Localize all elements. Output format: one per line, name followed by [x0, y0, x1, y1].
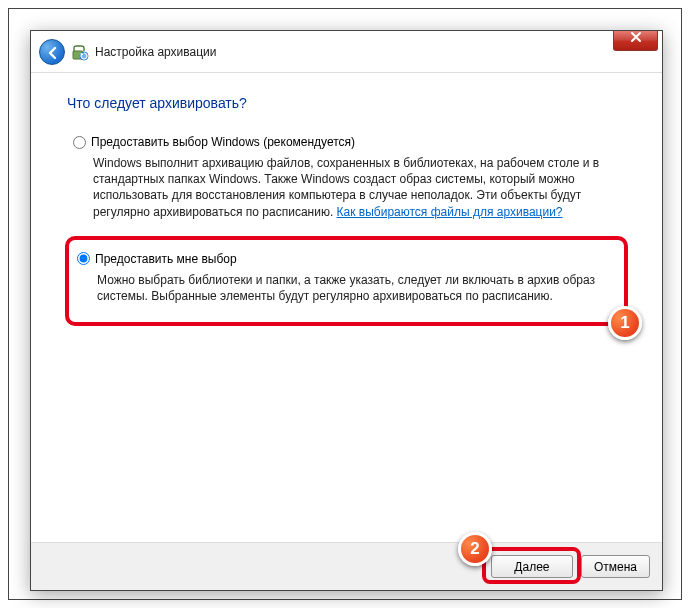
arrow-left-icon: [45, 45, 61, 61]
option-label: Предоставить мне выбор: [95, 252, 237, 266]
next-button[interactable]: Далее: [491, 555, 573, 578]
backup-icon: [71, 43, 89, 61]
option-description: Можно выбрать библиотеки и папки, а такж…: [97, 272, 616, 304]
option-let-me-choose[interactable]: Предоставить мне выбор Можно выбрать биб…: [65, 236, 628, 326]
backup-settings-dialog: Настройка архивации Что следует архивиро…: [30, 30, 663, 591]
annotation-marker-2: 2: [458, 532, 492, 566]
how-files-selected-link[interactable]: Как выбираются файлы для архивации?: [337, 205, 563, 219]
dialog-header: Настройка архивации: [31, 31, 662, 73]
cancel-button[interactable]: Отмена: [581, 555, 650, 578]
dialog-content: Что следует архивировать? Предоставить в…: [31, 73, 662, 326]
annotation-marker-1: 1: [608, 306, 642, 340]
option-description: Windows выполнит архивацию файлов, сохра…: [93, 155, 620, 220]
option-label: Предоставить выбор Windows (рекомендуетс…: [91, 135, 355, 149]
dialog-footer: Далее Отмена: [31, 542, 662, 590]
close-button[interactable]: [613, 31, 658, 51]
page-heading: Что следует архивировать?: [67, 95, 628, 111]
close-icon: [630, 31, 642, 43]
option-windows-choice[interactable]: Предоставить выбор Windows (рекомендуетс…: [65, 129, 628, 230]
dialog-title: Настройка архивации: [95, 45, 217, 59]
radio-let-me-choose[interactable]: [77, 252, 90, 265]
back-button[interactable]: [39, 39, 65, 65]
radio-windows-choice[interactable]: [73, 136, 86, 149]
